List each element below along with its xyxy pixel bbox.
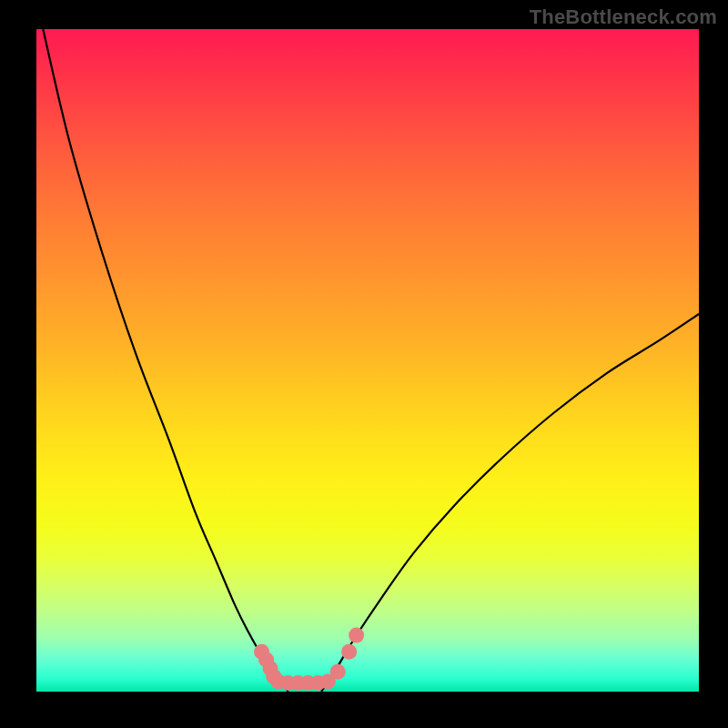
watermark-text: TheBottleneck.com (530, 5, 717, 29)
plot-area (36, 29, 699, 692)
data-marker (349, 628, 364, 643)
data-marker (341, 644, 357, 660)
right-curve (321, 314, 699, 692)
chart-svg (36, 29, 699, 692)
marker-group (254, 628, 364, 691)
left-curve (43, 29, 288, 692)
data-marker (330, 664, 346, 680)
